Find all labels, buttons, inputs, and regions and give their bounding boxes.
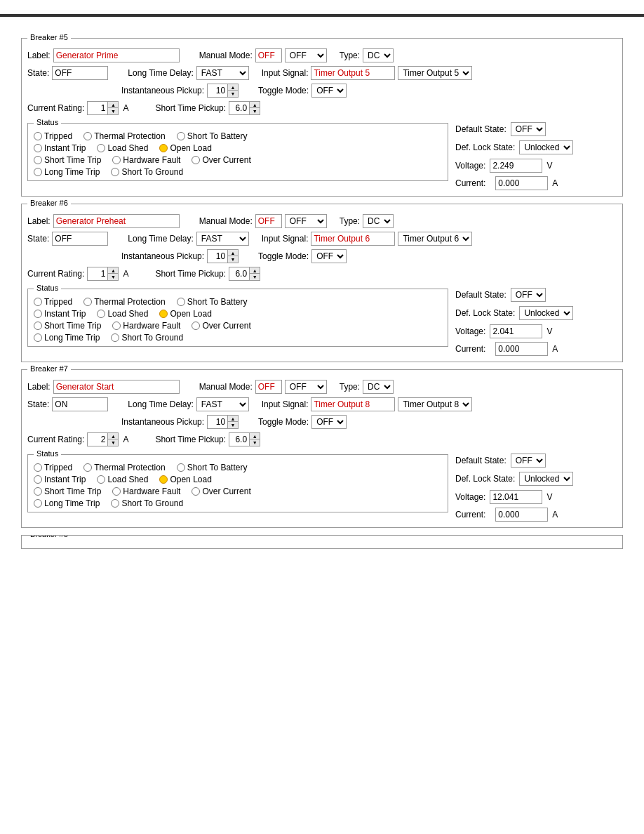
spin-down-btn[interactable]: ▼ bbox=[108, 439, 118, 446]
spin-up-btn[interactable]: ▲ bbox=[108, 433, 118, 439]
dropdown[interactable]: UnlockedLocked bbox=[519, 472, 573, 486]
radio-circle bbox=[34, 132, 42, 140]
breaker-group-breaker7: Breaker #7 Label: Manual Mode: OFFONAUTO… bbox=[21, 369, 623, 528]
spin-up-btn[interactable]: ▲ bbox=[228, 416, 238, 422]
type-label: Type: bbox=[340, 216, 360, 226]
dropdown[interactable]: OFFON bbox=[311, 84, 347, 98]
dropdown[interactable]: OFFON bbox=[311, 415, 347, 429]
spinner[interactable]: 10 ▲ ▼ bbox=[207, 249, 239, 263]
longtimedelay-label: Long Time Delay: bbox=[128, 68, 193, 78]
spin-up-btn[interactable]: ▲ bbox=[108, 102, 118, 108]
top-bar bbox=[0, 14, 644, 17]
radio-overcurrent: Over Current bbox=[192, 155, 250, 165]
dropdown[interactable]: Timer Output 5 bbox=[398, 66, 472, 80]
dropdown[interactable]: Timer Output 8 bbox=[398, 397, 472, 411]
dropdown[interactable]: Timer Output 6 bbox=[398, 232, 472, 246]
spin-down-btn[interactable]: ▼ bbox=[250, 439, 260, 446]
spinner[interactable]: 2 ▲ ▼ bbox=[87, 432, 119, 446]
spin-up-btn[interactable]: ▲ bbox=[250, 267, 260, 274]
openload-label: Open Load bbox=[170, 475, 211, 484]
label-input[interactable] bbox=[53, 380, 180, 394]
radio-shorttoground: Short To Ground bbox=[111, 498, 183, 508]
currentrating-label: Current Rating: bbox=[27, 435, 84, 444]
longtimetrip-label: Long Time Trip bbox=[44, 498, 100, 508]
dropdown[interactable]: OFFONAUTO bbox=[285, 48, 327, 62]
radio-circle bbox=[83, 298, 92, 306]
dropdown[interactable]: DCAC bbox=[363, 380, 394, 394]
current-unit: A bbox=[552, 344, 558, 354]
spinner[interactable]: 1 ▲ ▼ bbox=[87, 267, 119, 281]
spin-down-btn[interactable]: ▼ bbox=[108, 108, 118, 114]
spinner[interactable]: 6.0 ▲ ▼ bbox=[229, 101, 260, 115]
shorttimetrip-label: Short Time Trip bbox=[44, 155, 101, 165]
spin-up-btn[interactable]: ▲ bbox=[250, 433, 260, 439]
inputsignal-input bbox=[311, 397, 395, 411]
spin-down-btn[interactable]: ▼ bbox=[250, 274, 260, 280]
dropdown[interactable]: OFFON bbox=[511, 288, 546, 302]
radio-loadshed: Load Shed bbox=[97, 475, 148, 484]
breaker-group-breaker6: Breaker #6 Label: Manual Mode: OFFONAUTO… bbox=[21, 204, 623, 362]
spin-up-btn[interactable]: ▲ bbox=[228, 84, 238, 91]
spin-down-btn[interactable]: ▼ bbox=[228, 91, 238, 97]
tripped-label: Tripped bbox=[44, 131, 72, 141]
spin-up-btn[interactable]: ▲ bbox=[250, 102, 260, 108]
dropdown[interactable]: UnlockedLocked bbox=[519, 306, 573, 320]
dropdown[interactable]: FASTSLOWMEDIUM bbox=[196, 397, 249, 411]
radio-overcurrent: Over Current bbox=[192, 486, 250, 496]
spinner[interactable]: 6.0 ▲ ▼ bbox=[229, 267, 260, 281]
label-input[interactable] bbox=[53, 214, 180, 228]
current-unit: A bbox=[552, 510, 558, 519]
longtimedelay-label: Long Time Delay: bbox=[128, 234, 193, 244]
hardwarefault-label: Hardware Fault bbox=[123, 155, 180, 165]
dropdown[interactable]: UnlockedLocked bbox=[519, 140, 573, 154]
radio-shorttimetrip: Short Time Trip bbox=[34, 486, 101, 496]
radio-hardwarefault: Hardware Fault bbox=[112, 486, 180, 496]
label-input[interactable] bbox=[53, 48, 180, 62]
defaultstate-label: Default State: bbox=[455, 124, 507, 134]
dropdown[interactable]: OFFON bbox=[311, 249, 347, 263]
spin-down-btn[interactable]: ▼ bbox=[250, 108, 260, 114]
dropdown[interactable]: OFFON bbox=[511, 454, 546, 468]
voltage-value bbox=[490, 159, 542, 173]
spinner[interactable]: 10 ▲ ▼ bbox=[207, 84, 239, 98]
radio-circle bbox=[112, 156, 121, 164]
openload-label: Open Load bbox=[170, 309, 211, 319]
current-value bbox=[495, 342, 548, 356]
label-label: Label: bbox=[27, 51, 51, 60]
overcurrent-label: Over Current bbox=[202, 155, 250, 165]
spin-down-btn[interactable]: ▼ bbox=[108, 274, 118, 280]
shorttimetrip-label: Short Time Trip bbox=[44, 321, 101, 331]
spinner[interactable]: 10 ▲ ▼ bbox=[207, 415, 239, 429]
openload-label: Open Load bbox=[170, 143, 211, 153]
dropdown[interactable]: FASTSLOWMEDIUM bbox=[196, 66, 249, 80]
shorttobattery-label: Short To Battery bbox=[187, 297, 248, 307]
voltage-unit: V bbox=[546, 326, 552, 336]
spinner[interactable]: 1 ▲ ▼ bbox=[87, 101, 119, 115]
hardwarefault-label: Hardware Fault bbox=[123, 486, 180, 496]
radio-hardwarefault: Hardware Fault bbox=[112, 321, 180, 331]
dropdown[interactable]: DCAC bbox=[363, 214, 394, 228]
radio-circle bbox=[111, 333, 119, 342]
togglemode-label: Toggle Mode: bbox=[258, 251, 309, 261]
manualmode-label: Manual Mode: bbox=[199, 51, 253, 60]
instantpickup-label: Instantaneous Pickup: bbox=[121, 251, 204, 261]
radio-shorttimetrip: Short Time Trip bbox=[34, 321, 101, 331]
dropdown[interactable]: FASTSLOWMEDIUM bbox=[196, 232, 249, 246]
spinner[interactable]: 6.0 ▲ ▼ bbox=[229, 432, 260, 446]
dropdown[interactable]: OFFONAUTO bbox=[285, 380, 327, 394]
dropdown[interactable]: OFFONAUTO bbox=[285, 214, 327, 228]
shorttobattery-label: Short To Battery bbox=[187, 131, 248, 141]
radio-openload: Open Load bbox=[159, 309, 211, 319]
spin-down-btn[interactable]: ▼ bbox=[228, 422, 238, 428]
radio-longtimetrip: Long Time Trip bbox=[34, 498, 100, 508]
spin-up-btn[interactable]: ▲ bbox=[108, 267, 118, 274]
spin-down-btn[interactable]: ▼ bbox=[228, 256, 238, 263]
tripped-label: Tripped bbox=[44, 463, 72, 472]
radio-longtimetrip: Long Time Trip bbox=[34, 333, 100, 343]
dropdown[interactable]: DCAC bbox=[363, 48, 394, 62]
longtimedelay-label: Long Time Delay: bbox=[128, 399, 193, 409]
dropdown[interactable]: OFFON bbox=[511, 122, 546, 136]
spin-up-btn[interactable]: ▲ bbox=[228, 250, 238, 256]
manualmode-label: Manual Mode: bbox=[199, 382, 253, 392]
manualmode-input bbox=[255, 48, 282, 62]
